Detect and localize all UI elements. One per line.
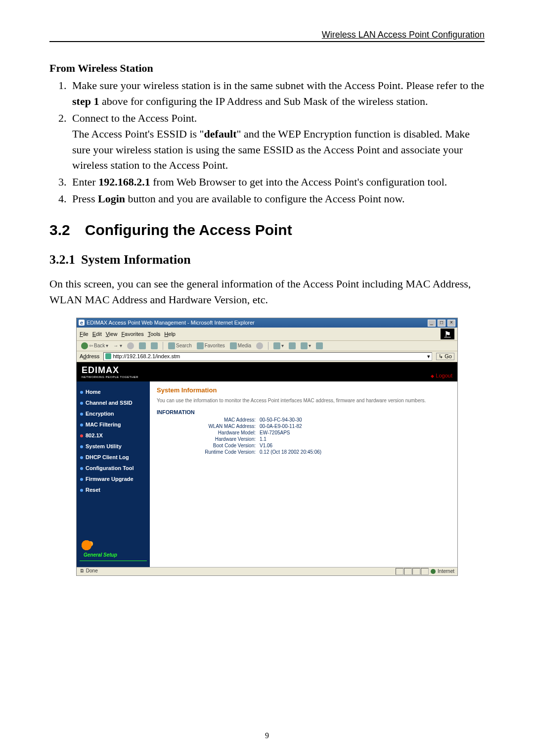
panel-title: System Information [157,386,450,394]
mail-button[interactable]: ▾ [272,342,285,350]
back-button[interactable]: ⇦ Back ▾ [80,342,110,350]
bold-default: default [204,128,237,140]
section-heading: 3.2Configuring the Access Point [49,222,485,238]
sidebar-item-home[interactable]: Home [77,386,150,397]
print-button[interactable] [287,342,297,350]
forward-button[interactable]: → ▾ [112,342,124,349]
menu-bar: File Edit View Favorites Tools Help ⚑ [77,328,457,341]
menu-view[interactable]: View [106,331,118,337]
favorites-button[interactable]: Favorites [195,342,226,350]
sidebar-item-8021x[interactable]: 802.1X [77,430,150,441]
window-controls: _ □ × [427,319,455,327]
section-title: Configuring the Access Point [85,222,292,238]
info-row-runtime-code: Runtime Code Version:0.12 (Oct 18 2002 2… [157,449,450,455]
status-panes [396,568,429,575]
info-row-hw-version: Hardware Version:1.1 [157,436,450,442]
window-title: EDIMAX Access Point Web Management - Mic… [79,320,255,326]
sidebar-item-channel-ssid[interactable]: Channel and SSID [77,397,150,408]
maximize-button[interactable]: □ [438,320,445,327]
ie-throbber-icon: ⚑ [441,329,454,339]
comet-icon [81,536,100,551]
page-header: Wireless LAN Access Point Configuration [49,30,485,42]
step-3: Enter 192.168.2.1 from Web Browser to ge… [69,174,485,190]
main-panel: System Information You can use the infor… [150,381,457,567]
intro-paragraph: On this screen, you can see the general … [49,276,485,308]
bold-ip: 192.168.2.1 [98,176,150,188]
search-button[interactable]: Search [167,342,193,350]
back-icon [81,342,88,349]
info-row-mac: MAC Address:00-50-FC-94-30-30 [157,417,450,423]
home-icon [151,342,158,349]
subsection-num: 3.2.1 [49,252,75,267]
history-button[interactable] [255,342,265,350]
toolbar: ⇦ Back ▾ → ▾ Search Favorites Media ▾ ▾ [77,341,457,351]
bold-step1: step 1 [72,95,99,107]
step-2: Connect to the Access Point. The Access … [69,110,485,174]
media-icon [230,342,237,349]
stop-icon [127,342,134,349]
media-button[interactable]: Media [228,342,253,350]
address-label: Address [80,353,99,359]
general-setup-label[interactable]: General Setup [80,551,147,561]
minimize-button[interactable]: _ [428,320,436,327]
sidebar-item-system-utility[interactable]: System Utility [77,441,150,452]
window-titlebar: EDIMAX Access Point Web Management - Mic… [77,318,457,328]
subsection-heading: 3.2.1System Information [49,252,485,267]
step-1: Make sure your wireless station is in th… [69,78,485,109]
discuss-button[interactable] [314,342,324,350]
close-button[interactable]: × [447,320,455,327]
home-button[interactable] [149,342,159,350]
edit-icon [301,342,308,349]
favorites-icon [197,342,204,349]
menu-help[interactable]: Help [164,331,176,337]
page-content: EDIMAX NETWORKING PEOPLE TOGETHER Logout… [77,362,457,567]
sidebar-item-dhcp-client-log[interactable]: DHCP Client Log [77,452,150,463]
info-row-boot-code: Boot Code Version:V1.06 [157,443,450,448]
status-zone: Internet [438,568,454,574]
history-icon [256,342,263,349]
subsection-title: System Information [81,252,191,267]
sidebar-item-encryption[interactable]: Encryption [77,408,150,419]
refresh-icon [139,342,146,349]
brand-tagline: NETWORKING PEOPLE TOGETHER [82,376,138,378]
toolbar-separator-2 [268,342,268,350]
sidebar-item-configuration-tool[interactable]: Configuration Tool [77,463,150,473]
search-icon [168,342,175,349]
panel-desc: You can use the information to monitor t… [157,398,450,403]
address-bar: Address http://192.168.2.1/index.stm ▾ ↳… [77,351,457,362]
brand-logo: EDIMAX NETWORKING PEOPLE TOGETHER [82,365,138,378]
menu-tools[interactable]: Tools [148,331,161,337]
menu-file[interactable]: File [80,331,89,337]
brand-bar: EDIMAX NETWORKING PEOPLE TOGETHER Logout [77,362,457,381]
internet-zone-icon [431,569,436,574]
page-number: 9 [0,731,534,740]
step-4: Press Login button and you are available… [69,191,485,207]
sidebar-item-firmware-upgrade[interactable]: Firmware Upgrade [77,473,150,484]
edit-button[interactable]: ▾ [299,342,312,350]
address-value: http://192.168.2.1/index.stm [113,353,180,359]
refresh-button[interactable] [137,342,147,350]
mail-icon [273,342,280,349]
address-input[interactable]: http://192.168.2.1/index.stm ▾ [103,352,432,361]
menu-edit[interactable]: Edit [92,331,102,337]
info-row-hw-model: Hardware Model:EW-7205APS [157,430,450,435]
print-icon [289,342,296,349]
menu-favorites[interactable]: Favorites [121,331,143,337]
browser-window: EDIMAX Access Point Web Management - Mic… [76,318,458,576]
from-wireless-station-title: From Wireless Station [49,62,485,75]
sidebar-item-reset[interactable]: Reset [77,484,150,495]
go-button[interactable]: ↳ Go [436,353,454,360]
discuss-icon [316,342,323,349]
sidebar: Home Channel and SSID Encryption MAC Fil… [77,381,150,567]
wireless-station-steps: Make sure your wireless station is in th… [49,78,485,207]
bold-login: Login [98,192,125,205]
sidebar-item-mac-filtering[interactable]: MAC Filtering [77,419,150,430]
status-right: Internet [396,568,454,575]
toolbar-separator [163,342,163,350]
logout-link[interactable]: Logout [431,373,452,378]
status-left: 🗎 Done [80,568,98,575]
stop-button[interactable] [126,342,135,350]
address-dropdown-icon[interactable]: ▾ [427,353,430,360]
page-icon [105,353,111,359]
section-num: 3.2 [49,222,70,238]
